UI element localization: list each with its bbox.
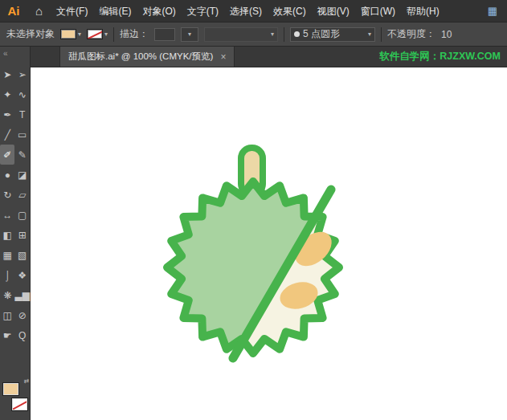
rotate-tool[interactable]: ↻ <box>0 185 14 205</box>
direct-selection-tool[interactable]: ➢ <box>15 64 30 84</box>
fill-swatch[interactable] <box>3 383 18 395</box>
divider <box>113 27 114 42</box>
chevron-down-icon: ▾ <box>271 31 274 38</box>
stroke-weight-input[interactable] <box>154 28 175 41</box>
menu-item-object[interactable]: 对象(O) <box>137 0 181 22</box>
toolbar-collapse-icon[interactable]: « <box>0 47 30 64</box>
slice-tool[interactable]: ⊘ <box>15 305 30 325</box>
menu-item-help[interactable]: 帮助(H) <box>401 0 445 22</box>
swap-fill-stroke-icon[interactable]: ⇄ <box>24 377 30 385</box>
blob-brush-tool[interactable]: ● <box>0 165 14 185</box>
width-profile-dropdown[interactable]: ▾ <box>204 27 278 42</box>
opacity-value[interactable]: 10 <box>441 29 457 40</box>
type-tool[interactable]: T <box>15 104 30 124</box>
stroke-swatch[interactable] <box>12 398 27 410</box>
artboard-tool[interactable]: ◫ <box>0 305 14 325</box>
menu-item-type[interactable]: 文字(T) <box>182 0 224 22</box>
illustrator-window: Ai ⌂ 文件(F)编辑(E)对象(O)文字(T)选择(S)效果(C)视图(V)… <box>0 0 507 420</box>
paintbrush-tool[interactable]: ✐ <box>0 145 14 165</box>
watermark-text: 软件自学网：RJZXW.COM <box>379 50 507 63</box>
shape-builder-tool[interactable]: ◧ <box>0 225 14 245</box>
symbol-sprayer-tool[interactable]: ❋ <box>0 285 14 305</box>
eraser-tool[interactable]: ◪ <box>15 165 30 185</box>
opacity-label: 不透明度： <box>387 27 435 41</box>
document-area: 甜瓜图标.ai* @ 100% (CMYK/预览) × 软件自学网：RJZXW.… <box>31 47 507 420</box>
selection-tool[interactable]: ➤ <box>0 64 14 84</box>
brush-preview-dot-icon <box>294 31 300 37</box>
lasso-tool[interactable]: ∿ <box>15 84 30 104</box>
menu-item-view[interactable]: 视图(V) <box>312 0 355 22</box>
hand-tool[interactable]: ☛ <box>0 325 14 345</box>
line-segment-tool[interactable]: ╱ <box>0 124 14 145</box>
zoom-tool[interactable]: Q <box>15 325 30 345</box>
divider <box>381 27 382 42</box>
mesh-tool[interactable]: ▦ <box>0 245 14 265</box>
menu-bar: Ai ⌂ 文件(F)编辑(E)对象(O)文字(T)选择(S)效果(C)视图(V)… <box>0 0 507 22</box>
chevron-down-icon: ▾ <box>78 31 81 38</box>
magic-wand-tool[interactable]: ✦ <box>0 84 14 104</box>
tools-grid: ➤➢✦∿✒T╱▭✐✎●◪↻▱↔▢◧⊞▦▧⌡❖❋▃▆◫⊘☛Q <box>0 64 30 345</box>
selection-status: 未选择对象 <box>6 27 55 41</box>
brush-definition-dropdown[interactable]: 5 点圆形 ▾ <box>290 27 375 42</box>
chevron-down-icon: ▾ <box>188 31 191 38</box>
stroke-weight-dropdown[interactable]: ▾ <box>181 27 198 42</box>
column-graph-tool[interactable]: ▃▆ <box>15 285 30 305</box>
pencil-tool[interactable]: ✎ <box>15 145 30 165</box>
fill-color-swatch[interactable] <box>60 29 76 39</box>
menu-item-file[interactable]: 文件(F) <box>51 0 93 22</box>
document-tab[interactable]: 甜瓜图标.ai* @ 100% (CMYK/预览) × <box>59 47 235 67</box>
menu-item-edit[interactable]: 编辑(E) <box>93 0 137 22</box>
document-tab-title: 甜瓜图标.ai* @ 100% (CMYK/预览) <box>68 51 213 63</box>
menu-item-effect[interactable]: 效果(C) <box>268 0 312 22</box>
chevron-down-icon: ▾ <box>104 31 108 38</box>
home-icon[interactable]: ⌂ <box>27 4 51 18</box>
workspace-area: « ➤➢✦∿✒T╱▭✐✎●◪↻▱↔▢◧⊞▦▧⌡❖❋▃▆◫⊘☛Q ⇄ 甜瓜图标.a… <box>0 47 507 420</box>
menu-item-select[interactable]: 选择(S) <box>224 0 268 22</box>
control-bar: 未选择对象 ▾ ▾ 描边： ▾ ▾ 5 点圆形 ▾ 不透明度： 10 <box>0 22 507 47</box>
close-icon[interactable]: × <box>220 51 226 63</box>
color-swatches: ⇄ <box>3 380 27 410</box>
eyedropper-tool[interactable]: ⌡ <box>0 265 14 285</box>
chevron-down-icon: ▾ <box>368 31 371 38</box>
canvas-area[interactable] <box>31 67 507 420</box>
pen-tool[interactable]: ✒ <box>0 104 14 124</box>
melon-illustration[interactable] <box>31 67 507 420</box>
toolbar: « ➤➢✦∿✒T╱▭✐✎●◪↻▱↔▢◧⊞▦▧⌡❖❋▃▆◫⊘☛Q ⇄ <box>0 47 31 420</box>
menu-item-window[interactable]: 窗口(W) <box>355 0 401 22</box>
scale-tool[interactable]: ▱ <box>15 185 30 205</box>
free-transform-tool[interactable]: ▢ <box>15 205 30 225</box>
brush-definition-value: 5 点圆形 <box>303 27 340 41</box>
divider <box>284 27 284 42</box>
gradient-tool[interactable]: ▧ <box>15 245 30 265</box>
menu-items: 文件(F)编辑(E)对象(O)文字(T)选择(S)效果(C)视图(V)窗口(W)… <box>51 0 445 22</box>
blend-tool[interactable]: ❖ <box>15 265 30 285</box>
perspective-grid-tool[interactable]: ⊞ <box>15 225 30 245</box>
stroke-none-swatch[interactable] <box>87 29 103 39</box>
workspace-switcher-icon[interactable]: ▦ <box>478 5 507 17</box>
stroke-color-control[interactable]: ▾ <box>87 29 108 39</box>
app-logo[interactable]: Ai <box>0 0 27 22</box>
tab-bar: 甜瓜图标.ai* @ 100% (CMYK/预览) × 软件自学网：RJZXW.… <box>31 47 507 67</box>
width-tool[interactable]: ↔ <box>0 205 14 225</box>
stroke-label: 描边： <box>120 27 149 41</box>
rectangle-tool[interactable]: ▭ <box>15 124 30 145</box>
fill-color-control[interactable]: ▾ <box>60 29 81 39</box>
